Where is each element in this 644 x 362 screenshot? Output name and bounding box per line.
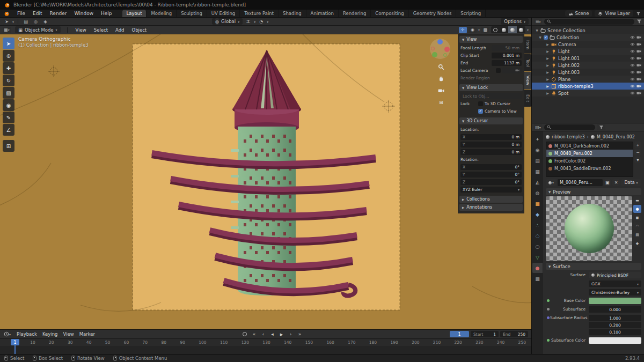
to-3d-cursor-checkbox[interactable]: ✓ — [478, 101, 483, 106]
outliner-row-light-003[interactable]: ▶ Light.003 — [532, 69, 644, 76]
chevron-down-icon[interactable]: ▾ — [254, 20, 255, 24]
slot-specials-button[interactable]: ▾ — [634, 157, 641, 163]
editor-type-icon[interactable]: ▾ — [3, 331, 11, 337]
cursor-rotation-x-field[interactable]: X0° — [460, 164, 522, 170]
radius-y-field[interactable]: 0.200 — [589, 322, 641, 328]
play-button[interactable]: ▸ — [277, 331, 286, 337]
chevron-down-icon[interactable]: ▾ — [267, 20, 268, 24]
tab-physics[interactable]: ◌ — [532, 231, 543, 241]
lock-to-object-field[interactable]: Lock to Obj... — [460, 93, 522, 99]
menu-help[interactable]: Help — [97, 10, 116, 17]
n-tab-tool[interactable]: Tool — [524, 54, 531, 71]
browse-material-button[interactable]: ▾ — [546, 179, 557, 186]
slot-dark-salmon[interactable]: M_0014_DarkSalmon.002 — [546, 142, 633, 150]
subsurface-slider[interactable]: 0.000 — [589, 306, 641, 313]
cursor-rotation-y-field[interactable]: Y0° — [460, 172, 522, 178]
menu-marker[interactable]: Marker — [79, 331, 95, 337]
properties-search-input[interactable] — [544, 124, 595, 130]
tool-move[interactable]: ✚ — [3, 62, 14, 74]
timeline-ruler[interactable]: 1 10 20 30 40 50 60 70 80 90 100 110 120… — [0, 338, 531, 346]
remove-slot-button[interactable]: − — [634, 149, 641, 156]
outliner-row-plane[interactable]: ▶ Plane — [532, 76, 644, 83]
tab-output[interactable]: ▤ — [532, 156, 543, 166]
mode-transfer-icon[interactable]: ▤ — [22, 18, 30, 25]
menu-window[interactable]: Window — [71, 10, 98, 17]
disable-render-icon[interactable] — [636, 63, 641, 68]
camera-to-view-checkbox[interactable]: ✓ — [478, 109, 483, 114]
chevron-down-icon[interactable]: ▾ — [527, 28, 529, 32]
axis-x-neg-dot[interactable] — [431, 47, 435, 50]
tool-scale[interactable]: ▧ — [3, 87, 14, 99]
new-material-button[interactable]: ▣ — [604, 179, 611, 186]
material-slot-list[interactable]: M_0014_DarkSalmon.002 M_0040_Peru.002 Fr… — [546, 142, 633, 177]
filter-icon[interactable] — [636, 11, 641, 16]
expander-icon[interactable]: ▶ — [546, 49, 550, 53]
active-tool-icon[interactable]: ➤ — [3, 18, 11, 25]
disable-render-icon[interactable] — [636, 84, 641, 88]
material-name-field[interactable]: M_0040_Peru... — [558, 179, 603, 186]
viewport-menu-view[interactable]: View — [74, 27, 88, 33]
radius-x-field[interactable]: 1.000 — [589, 315, 641, 321]
jump-to-start-button[interactable]: « — [250, 331, 258, 337]
expander-icon[interactable]: ▶ — [546, 70, 550, 74]
radius-z-field[interactable]: 0.100 — [589, 329, 641, 335]
disable-render-icon[interactable] — [636, 77, 641, 82]
preview-cloth-button[interactable]: ▤ — [633, 231, 641, 239]
play-reverse-button[interactable]: ◂ — [268, 331, 276, 337]
outliner-row-spot[interactable]: ▶ Spot — [532, 90, 644, 97]
tab-layout[interactable]: Layout — [122, 10, 147, 17]
hide-eye-icon[interactable] — [630, 49, 635, 54]
expander-icon[interactable]: ▶ — [546, 56, 550, 60]
tab-rendering[interactable]: Rendering — [339, 10, 371, 17]
panel-header-annotations[interactable]: ▶ Annotations — [459, 204, 523, 211]
viewport-menu-add[interactable]: Add — [114, 27, 126, 33]
hide-eye-icon[interactable] — [630, 63, 635, 68]
prev-keyframe-button[interactable]: ‹ — [259, 331, 267, 337]
chevron-down-icon[interactable]: ▾ — [478, 28, 480, 32]
panel-header-collections[interactable]: ▶ Collections — [459, 196, 523, 203]
preview-sphere-button[interactable]: ● — [633, 205, 641, 213]
menu-view[interactable]: View — [63, 331, 74, 337]
editor-type-icon[interactable]: ☰▾ — [534, 18, 542, 25]
cursor-rotation-z-field[interactable]: Z0° — [460, 179, 522, 185]
hide-eye-icon[interactable] — [630, 91, 635, 95]
snap-toggle-icon[interactable]: ◈ — [41, 18, 49, 25]
base-color-swatch[interactable] — [589, 298, 641, 304]
rotation-mode-dropdown[interactable]: XYZ Euler▾ — [460, 187, 522, 193]
tab-material[interactable]: ● — [532, 263, 543, 273]
cursor-location-y-field[interactable]: Y0 m — [460, 142, 522, 147]
origins-icon[interactable]: ◎ — [32, 18, 40, 25]
sss-method-dropdown[interactable]: Christensen-Burley ▾ — [589, 289, 641, 295]
tool-add-cube[interactable]: ⊞ — [3, 140, 14, 152]
preview-cube-button[interactable]: ◼ — [633, 213, 641, 221]
next-keyframe-button[interactable]: › — [287, 331, 295, 337]
chevron-down-icon[interactable]: ▾ — [12, 20, 14, 24]
collection-checkbox[interactable]: ✓ — [544, 35, 548, 40]
hide-eye-icon[interactable] — [630, 84, 635, 88]
breadcrumb-object[interactable]: ribbon-temple3 — [552, 135, 585, 139]
menu-file[interactable]: File — [13, 10, 29, 17]
panel-header-view[interactable]: ▼ View — [459, 36, 523, 43]
disable-render-icon[interactable] — [636, 35, 641, 40]
cursor-location-x-field[interactable]: X0 m — [460, 134, 522, 140]
end-frame-field[interactable]: End250 — [500, 331, 528, 337]
axis-y-dot[interactable] — [432, 52, 437, 57]
tab-compositing[interactable]: Compositing — [371, 10, 408, 17]
expander-icon[interactable]: ▶ — [546, 77, 550, 81]
camera-view-icon[interactable] — [437, 87, 445, 94]
shading-solid-button[interactable] — [500, 26, 508, 33]
panel-header-preview[interactable]: ▼ Preview — [546, 188, 641, 195]
view-layer-selector[interactable]: View Layer — [595, 10, 633, 17]
tab-modeling[interactable]: Modeling — [147, 10, 177, 17]
mode-dropdown[interactable]: ▣ Object Mode ▾ — [15, 26, 61, 33]
outliner-row-scene-collection[interactable]: ▼ Scene Collection — [532, 27, 644, 34]
transform-orientation-dropdown[interactable]: ◍ Global ▾ — [212, 18, 243, 25]
add-slot-button[interactable]: ＋ — [634, 142, 641, 148]
start-frame-field[interactable]: Start1 — [471, 331, 499, 337]
axis-y-neg-dot[interactable] — [443, 53, 447, 57]
tab-uv-editing[interactable]: UV Editing — [207, 10, 240, 17]
tab-animation[interactable]: Animation — [306, 10, 339, 17]
editor-type-icon[interactable]: ▦▾ — [3, 27, 11, 33]
viewport-menu-object[interactable]: Object — [130, 27, 148, 33]
disable-render-icon[interactable] — [636, 42, 641, 47]
